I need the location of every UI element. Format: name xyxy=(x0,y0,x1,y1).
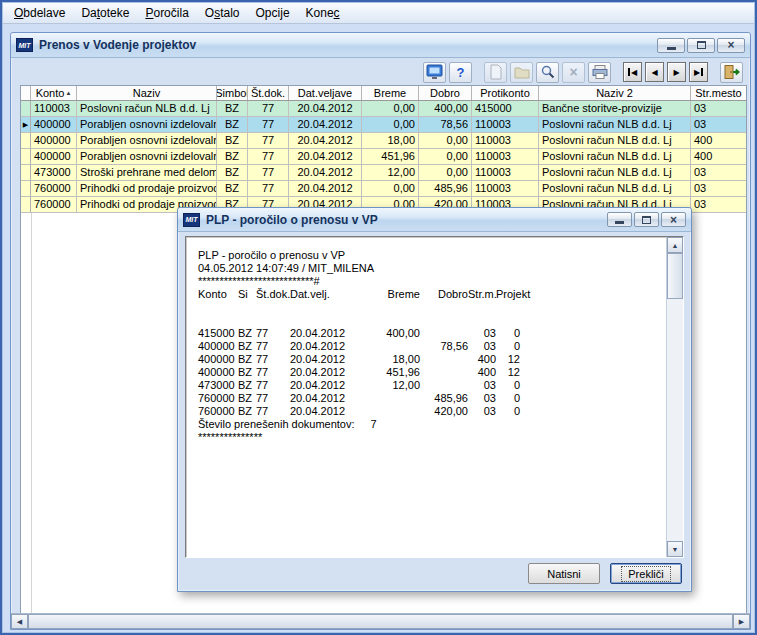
row-selector-gutter[interactable] xyxy=(21,149,31,165)
table-row[interactable]: ▶400000Porabljen osnovni izdelovalniBZ77… xyxy=(21,117,746,133)
cell-protikonto[interactable]: 415000 xyxy=(472,101,539,117)
row-selector-gutter[interactable] xyxy=(21,165,31,181)
cell-breme[interactable]: 0,00 xyxy=(362,117,419,133)
cell-konto[interactable]: 400000 xyxy=(31,133,77,149)
transfer-button[interactable] xyxy=(423,62,446,83)
cell-strmesto[interactable]: 400 xyxy=(691,133,747,149)
cell-dobro[interactable]: 0,00 xyxy=(419,149,472,165)
cell-strmesto[interactable]: 03 xyxy=(691,117,747,133)
column-header-konto[interactable]: Konto▲ xyxy=(31,86,77,100)
cell-naziv[interactable]: Porabljen osnovni izdelovalni xyxy=(77,133,217,149)
first-record-button[interactable]: ◀ xyxy=(623,62,642,82)
column-header-naziv[interactable]: Naziv xyxy=(77,86,217,100)
cell-datveljave[interactable]: 20.04.2012 xyxy=(289,181,362,197)
table-row[interactable]: 473000Stroški prehrane med delom-BZ7720.… xyxy=(21,165,746,181)
cell-breme[interactable]: 12,00 xyxy=(362,165,419,181)
cell-naziv2[interactable]: Poslovni račun NLB d.d. Lj xyxy=(539,149,691,165)
cell-stdok[interactable]: 77 xyxy=(248,149,289,165)
next-record-button[interactable]: ▶ xyxy=(667,62,686,82)
cell-naziv2[interactable]: Poslovni račun NLB d.d. Lj xyxy=(539,117,691,133)
column-header-dobro[interactable]: Dobro xyxy=(419,86,472,100)
cell-strmesto[interactable]: 03 xyxy=(691,197,747,213)
cell-konto[interactable]: 400000 xyxy=(31,117,77,133)
cell-dobro[interactable]: 0,00 xyxy=(419,133,472,149)
cancel-button[interactable]: Prekliči xyxy=(610,563,682,584)
cell-naziv[interactable]: Porabljen osnovni izdelovalni xyxy=(77,149,217,165)
cell-naziv2[interactable]: Bančne storitve-provizije xyxy=(539,101,691,117)
cell-konto[interactable]: 473000 xyxy=(31,165,77,181)
column-header-naziv2[interactable]: Naziv 2 xyxy=(539,86,691,100)
horizontal-scroll-thumb[interactable] xyxy=(28,614,733,629)
cell-simbol[interactable]: BZ xyxy=(217,149,248,165)
cell-strmesto[interactable]: 400 xyxy=(691,149,747,165)
horizontal-scrollbar[interactable]: ◀ ▶ xyxy=(11,613,750,629)
minimize-button[interactable] xyxy=(657,38,685,53)
exit-button[interactable] xyxy=(720,62,743,83)
maximize-button[interactable] xyxy=(687,38,715,53)
menu-item-ostalo[interactable]: Ostalo xyxy=(198,4,247,22)
row-selector-gutter[interactable]: ▶ xyxy=(21,117,31,133)
delete-button[interactable]: × xyxy=(562,62,585,83)
cell-datveljave[interactable]: 20.04.2012 xyxy=(289,101,362,117)
table-row[interactable]: 400000Porabljen osnovni izdelovalniBZ772… xyxy=(21,149,746,165)
cell-konto[interactable]: 400000 xyxy=(31,149,77,165)
column-header-simbol[interactable]: Simbol xyxy=(217,86,248,100)
cell-konto[interactable]: 110003 xyxy=(31,101,77,117)
table-row[interactable]: 110003Poslovni račun NLB d.d. LjBZ7720.0… xyxy=(21,101,746,117)
last-record-button[interactable]: ▶ xyxy=(689,62,708,82)
column-header-strmesto[interactable]: Str.mesto xyxy=(691,86,747,100)
dialog-minimize-button[interactable] xyxy=(607,212,632,227)
scroll-down-button[interactable]: ▼ xyxy=(667,541,683,557)
scroll-left-button[interactable]: ◀ xyxy=(11,614,28,629)
cell-protikonto[interactable]: 110003 xyxy=(472,149,539,165)
cell-protikonto[interactable]: 110003 xyxy=(472,133,539,149)
previous-record-button[interactable]: ◀ xyxy=(645,62,664,82)
cell-stdok[interactable]: 77 xyxy=(248,165,289,181)
cell-breme[interactable]: 0,00 xyxy=(362,101,419,117)
new-document-button[interactable] xyxy=(484,62,507,83)
cell-breme[interactable]: 451,96 xyxy=(362,149,419,165)
cell-datveljave[interactable]: 20.04.2012 xyxy=(289,133,362,149)
table-row[interactable]: 760000Prihodki od prodaje proizvodovBZ77… xyxy=(21,181,746,197)
row-selector-gutter[interactable] xyxy=(21,133,31,149)
cell-simbol[interactable]: BZ xyxy=(217,117,248,133)
column-header-datveljave[interactable]: Dat.veljave xyxy=(289,86,362,100)
cell-naziv2[interactable]: Poslovni račun NLB d.d. Lj xyxy=(539,133,691,149)
cell-breme[interactable]: 0,00 xyxy=(362,181,419,197)
cell-naziv[interactable]: Stroški prehrane med delom- xyxy=(77,165,217,181)
cell-simbol[interactable]: BZ xyxy=(217,181,248,197)
table-row[interactable]: 400000Porabljen osnovni izdelovalniBZ772… xyxy=(21,133,746,149)
row-selector-gutter[interactable] xyxy=(21,101,31,117)
cell-dobro[interactable]: 78,56 xyxy=(419,117,472,133)
cell-dobro[interactable]: 0,00 xyxy=(419,165,472,181)
cell-dobro[interactable]: 400,00 xyxy=(419,101,472,117)
cell-naziv2[interactable]: Poslovni račun NLB d.d. Lj xyxy=(539,181,691,197)
open-button[interactable] xyxy=(510,62,533,83)
cell-protikonto[interactable]: 110003 xyxy=(472,117,539,133)
scroll-track[interactable] xyxy=(667,299,683,541)
cell-naziv2[interactable]: Poslovni račun NLB d.d. Lj xyxy=(539,165,691,181)
row-selector-gutter[interactable] xyxy=(21,197,31,213)
menu-item-opcije[interactable]: Opcije xyxy=(249,4,297,22)
dialog-vertical-scrollbar[interactable]: ▲ ▼ xyxy=(666,237,683,557)
close-button[interactable]: × xyxy=(717,38,745,53)
cell-strmesto[interactable]: 03 xyxy=(691,181,747,197)
cell-stdok[interactable]: 77 xyxy=(248,101,289,117)
cell-naziv[interactable]: Poslovni račun NLB d.d. Lj xyxy=(77,101,217,117)
row-selector-gutter[interactable] xyxy=(21,181,31,197)
print-button[interactable]: Natisni xyxy=(528,563,600,584)
help-button[interactable]: ? xyxy=(449,62,472,83)
cell-simbol[interactable]: BZ xyxy=(217,133,248,149)
cell-protikonto[interactable]: 110003 xyxy=(472,181,539,197)
cell-datveljave[interactable]: 20.04.2012 xyxy=(289,165,362,181)
column-header-stdok[interactable]: Št.dok. xyxy=(248,86,289,100)
menu-item-porocila[interactable]: Poročila xyxy=(138,4,195,22)
print-button-toolbar[interactable] xyxy=(588,62,611,83)
cell-simbol[interactable]: BZ xyxy=(217,165,248,181)
cell-strmesto[interactable]: 03 xyxy=(691,101,747,117)
cell-protikonto[interactable]: 110003 xyxy=(472,165,539,181)
column-header-protikonto[interactable]: Protikonto xyxy=(472,86,539,100)
scroll-right-button[interactable]: ▶ xyxy=(733,614,750,629)
cell-konto[interactable]: 760000 xyxy=(31,197,77,213)
column-header-breme[interactable]: Breme xyxy=(362,86,419,100)
